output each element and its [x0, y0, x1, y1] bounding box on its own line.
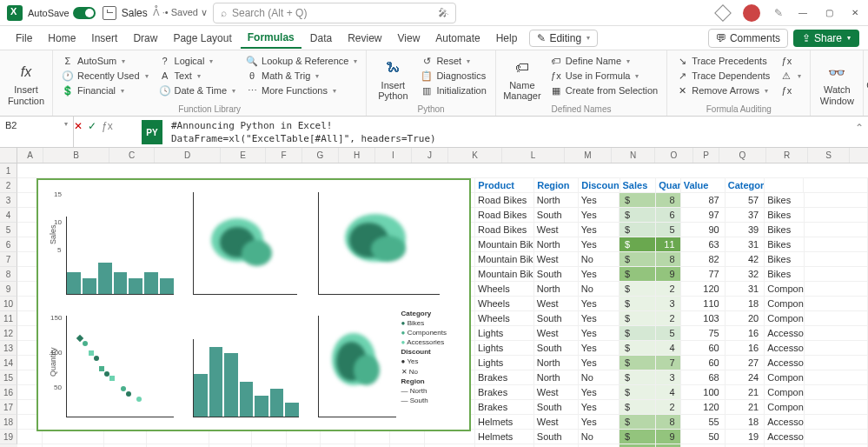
cell[interactable]: West [534, 326, 579, 340]
cell[interactable]: Bikes [765, 223, 804, 237]
row-header[interactable]: 4 [0, 208, 17, 223]
cell[interactable]: 42 [726, 252, 765, 266]
menu-insert[interactable]: Insert [84, 29, 124, 48]
expand-formula-icon[interactable]: ⌃ [851, 117, 868, 147]
logical-button[interactable]: ?Logical▾ [156, 54, 240, 68]
cell[interactable]: West [534, 223, 579, 237]
cell[interactable]: Yes [579, 415, 620, 429]
cell[interactable]: Accessories [765, 415, 804, 429]
trace-precedents-button[interactable]: ↘Trace Precedents [673, 54, 773, 68]
cell[interactable]: 16 [726, 341, 765, 355]
cell[interactable]: 4 [656, 341, 681, 355]
cell[interactable]: 100 [681, 385, 726, 399]
cell[interactable]: South [534, 400, 579, 414]
cell[interactable]: 19 [726, 430, 765, 444]
cell[interactable]: Helmets [475, 415, 534, 429]
recently-used-button[interactable]: 🕐Recently Used▾ [58, 69, 152, 83]
cell[interactable]: 60 [681, 356, 726, 370]
cell[interactable]: $ [620, 223, 656, 237]
cancel-icon[interactable]: ✕ [74, 120, 83, 132]
cell[interactable]: 3 [656, 297, 681, 310]
row-header[interactable]: 12 [0, 326, 17, 341]
cell[interactable]: $ [620, 400, 656, 414]
cell[interactable]: Yes [579, 297, 620, 310]
cell[interactable] [355, 430, 390, 444]
cell[interactable] [805, 385, 868, 399]
cell[interactable] [805, 415, 868, 429]
cell[interactable]: 9 [656, 430, 681, 444]
cell[interactable]: Bikes [765, 193, 804, 207]
cell[interactable]: Components [765, 311, 804, 325]
cell[interactable]: 68 [681, 370, 726, 384]
col-header[interactable]: Q [719, 148, 766, 163]
menu-data[interactable]: Data [303, 29, 339, 48]
share-button[interactable]: ⇪ Share ▾ [793, 30, 859, 47]
text-button[interactable]: AText▾ [156, 69, 240, 83]
cell[interactable]: 5 [656, 223, 681, 237]
cell[interactable]: North [534, 193, 579, 207]
cell[interactable] [147, 430, 209, 444]
cell[interactable]: $ [620, 385, 656, 399]
cell[interactable]: 11 [656, 237, 681, 251]
reset-button[interactable]: ↺Reset▾ [417, 54, 489, 68]
cell[interactable]: Bikes [765, 208, 804, 222]
cell[interactable]: 110 [681, 297, 726, 310]
cell[interactable]: 6 [656, 208, 681, 222]
col-header[interactable]: O [655, 148, 693, 163]
cell[interactable]: 82 [681, 252, 726, 266]
cell[interactable] [805, 267, 868, 281]
cell[interactable]: $ [620, 356, 656, 370]
cell[interactable]: Lights [475, 341, 534, 355]
cell[interactable]: 18 [726, 415, 765, 429]
cell[interactable]: Yes [579, 311, 620, 325]
col-header[interactable]: G [302, 148, 339, 163]
cell[interactable]: 24 [726, 370, 765, 384]
col-header[interactable]: N [612, 148, 655, 163]
financial-button[interactable]: 💲Financial▾ [58, 83, 152, 97]
cell[interactable]: Components [765, 370, 804, 384]
math-trig-button[interactable]: θMath & Trig▾ [242, 69, 361, 83]
cell[interactable]: 4 [656, 385, 681, 399]
cell[interactable]: South [534, 208, 579, 222]
create-from-selection-button[interactable]: ▦Create from Selection [547, 83, 661, 97]
cell[interactable]: Mountain Bikes [475, 252, 534, 266]
cell[interactable]: 2 [656, 311, 681, 325]
col-header[interactable]: J [412, 148, 448, 163]
cell[interactable] [805, 282, 868, 296]
cell[interactable]: $ [620, 415, 656, 429]
table-header[interactable]: Discount [579, 178, 620, 192]
autosave-toggle[interactable] [73, 7, 96, 19]
cell[interactable] [17, 430, 43, 444]
cell[interactable]: Lights [475, 326, 534, 340]
cell[interactable] [252, 430, 287, 444]
col-header[interactable]: H [339, 148, 375, 163]
cell[interactable]: North [534, 370, 579, 384]
cell[interactable]: Yes [579, 356, 620, 370]
fx-bar-icon[interactable]: ƒx [102, 120, 113, 132]
cell[interactable]: North [534, 282, 579, 296]
cell[interactable]: $ [620, 237, 656, 251]
close-button[interactable]: ✕ [849, 7, 861, 19]
cell[interactable]: $ [620, 370, 656, 384]
cell[interactable]: South [534, 430, 579, 444]
cell[interactable]: 9 [656, 267, 681, 281]
menu-page-layout[interactable]: Page Layout [166, 29, 238, 48]
cell[interactable]: 2 [656, 400, 681, 414]
cell[interactable] [209, 430, 252, 444]
cell[interactable]: $ [620, 282, 656, 296]
name-manager-button[interactable]: 🏷 NameManager [501, 54, 543, 104]
menu-review[interactable]: Review [341, 29, 388, 48]
col-header[interactable]: S [808, 148, 850, 163]
cell[interactable]: Components [765, 400, 804, 414]
cell[interactable] [805, 193, 868, 207]
cell[interactable]: North [534, 237, 579, 251]
cell[interactable]: No [579, 252, 620, 266]
cell[interactable]: $ [620, 193, 656, 207]
cell[interactable]: Accessories [765, 326, 804, 340]
insert-python-button[interactable]: 🐍︎ InsertPython [372, 54, 414, 104]
cell[interactable]: 27 [726, 356, 765, 370]
row-header[interactable]: 5 [0, 223, 17, 237]
cell[interactable] [104, 430, 147, 444]
table-header[interactable]: Region [534, 178, 579, 192]
cell[interactable]: $ [620, 326, 656, 340]
